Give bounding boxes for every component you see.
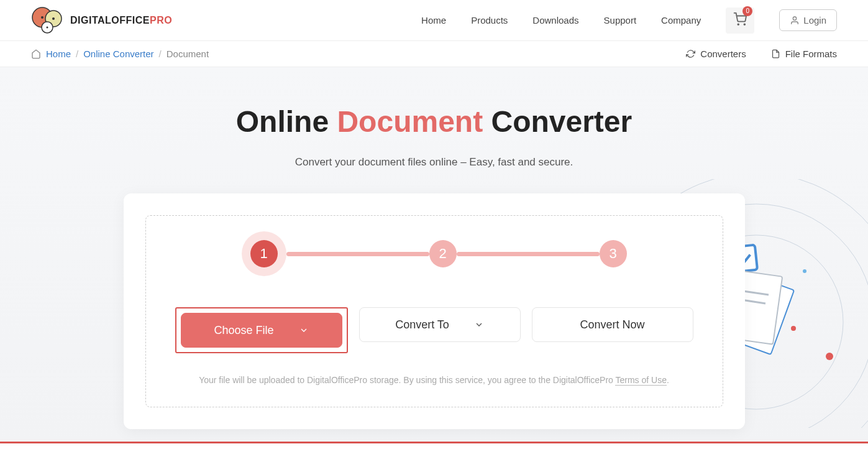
subnav: Converters File Formats — [686, 49, 837, 59]
step-2: 2 — [429, 240, 457, 267]
nav-downloads[interactable]: Downloads — [532, 15, 578, 25]
step-line — [457, 252, 600, 256]
page-subtitle: Convert your document files online – Eas… — [0, 156, 868, 169]
logo-icon — [31, 6, 65, 34]
svg-point-8 — [793, 17, 797, 20]
nav-home[interactable]: Home — [421, 15, 446, 25]
brand-logo[interactable]: DIGITALOFFICEPRO — [31, 6, 172, 34]
converter-card-inner: 1 2 3 Choose File Convert To — [145, 215, 723, 407]
breadcrumb-home[interactable]: Home — [46, 49, 71, 59]
file-icon — [771, 49, 780, 58]
converter-card: 1 2 3 Choose File Convert To — [124, 193, 745, 429]
step-1: 1 — [250, 240, 278, 267]
nav-products[interactable]: Products — [471, 15, 508, 25]
breadcrumb-current: Document — [167, 49, 209, 59]
svg-point-7 — [744, 24, 746, 25]
subnav-converters[interactable]: Converters — [686, 49, 746, 59]
chevron-down-icon — [474, 320, 484, 330]
main-nav: Home Products Downloads Support Company … — [421, 7, 837, 34]
logo-text: DIGITALOFFICEPRO — [70, 15, 172, 26]
sub-header: Home / Online Converter / Document Conve… — [0, 41, 868, 67]
convert-now-label: Convert Now — [580, 318, 644, 331]
breadcrumb-sep: / — [76, 49, 78, 59]
svg-point-5 — [47, 27, 48, 29]
convert-now-button[interactable]: Convert Now — [532, 307, 693, 342]
user-icon — [790, 16, 800, 25]
choose-file-highlight: Choose File — [175, 307, 348, 353]
main-header: DIGITALOFFICEPRO Home Products Downloads… — [0, 0, 868, 41]
svg-point-6 — [738, 24, 739, 25]
fineprint: Your file will be uploaded to DigitalOff… — [165, 375, 704, 385]
login-label: Login — [803, 15, 826, 25]
login-button[interactable]: Login — [779, 9, 837, 31]
hero-section: Online Document Converter Convert your d… — [0, 67, 868, 443]
cart-badge: 0 — [742, 6, 752, 16]
step-line — [286, 252, 429, 256]
subnav-formats[interactable]: File Formats — [771, 49, 837, 59]
convert-to-label: Convert To — [395, 318, 449, 331]
breadcrumb-converter[interactable]: Online Converter — [83, 49, 153, 59]
nav-company[interactable]: Company — [661, 15, 701, 25]
breadcrumb: Home / Online Converter / Document — [31, 49, 209, 59]
action-row: Choose File Convert To Convert Now — [165, 307, 704, 353]
terms-link[interactable]: Terms of Use — [615, 375, 666, 386]
refresh-icon — [686, 49, 695, 58]
stepper: 1 2 3 — [165, 231, 704, 276]
choose-file-button[interactable]: Choose File — [181, 313, 342, 348]
step-1-wrap: 1 — [242, 231, 286, 276]
svg-point-16 — [803, 269, 806, 273]
home-icon — [31, 49, 41, 59]
svg-point-3 — [52, 17, 55, 20]
chevron-down-icon — [299, 325, 309, 335]
svg-point-1 — [41, 16, 43, 19]
page-title: Online Document Converter — [0, 104, 868, 139]
cart-button[interactable]: 0 — [726, 7, 754, 34]
nav-support[interactable]: Support — [604, 15, 637, 25]
choose-file-label: Choose File — [214, 324, 273, 337]
convert-to-dropdown[interactable]: Convert To — [359, 307, 521, 342]
breadcrumb-sep: / — [159, 49, 162, 59]
step-3: 3 — [600, 240, 627, 267]
